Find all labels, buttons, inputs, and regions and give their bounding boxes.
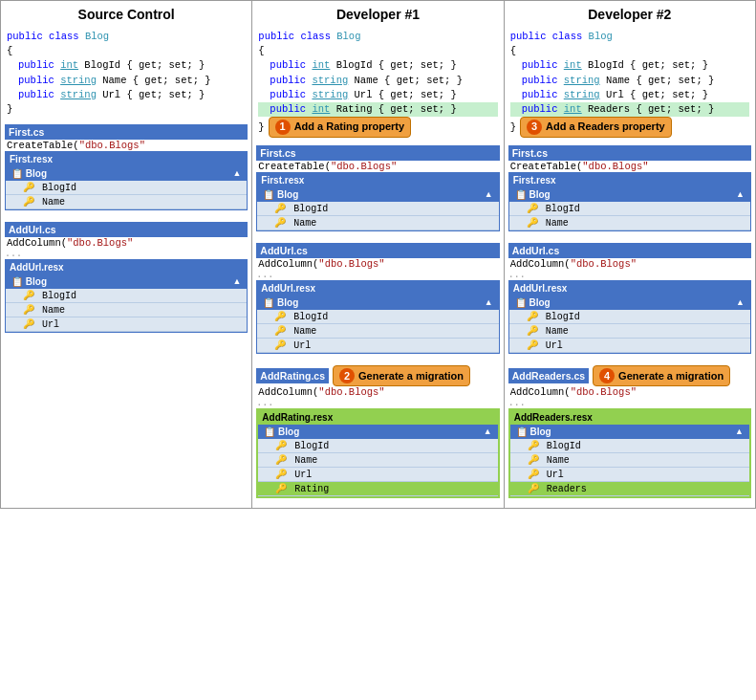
sc-first-migration: First.cs CreateTable("dbo.Blogs" First.r… (5, 124, 248, 210)
d1-addrating-migration: AddRating.cs 2 Generate a migration AddC… (256, 365, 499, 498)
d1-addrating-entity-title: 📋 Blog ▲ (258, 425, 497, 439)
d2-first-resx: First.resx 📋 Blog ▲ 🔑 BlogId 🔑 Name (508, 172, 751, 231)
developer2-column: Developer #2 public class Blog { public … (505, 1, 755, 508)
sc-addurl-migration: AddUrl.cs AddColumn("dbo.Blogs" ... AddU… (5, 222, 248, 333)
developer1-column: Developer #1 public class Blog { public … (252, 1, 504, 508)
d1-addrating-rating-row: 🔑 Rating (258, 482, 497, 496)
d1-addurl-name-row: 🔑 Name (257, 324, 498, 339)
d2-addreaders-readers-row: 🔑 Readers (510, 482, 749, 496)
callout-2: 2 Generate a migration (333, 365, 470, 386)
d1-first-name-row: 🔑 Name (257, 216, 498, 230)
callout-num-3: 3 (527, 120, 542, 135)
d2-first-migration: First.cs CreateTable("dbo.Blogs" First.r… (508, 145, 751, 231)
sc-first-entity-title: 📋 Blog ▲ (6, 166, 247, 181)
callout-2-text: Generate a migration (358, 370, 464, 382)
d1-addurl-migration: AddUrl.cs AddColumn("dbo.Blogs" ... AddU… (256, 243, 499, 354)
d2-first-code: CreateTable("dbo.Blogs" (508, 161, 751, 172)
d2-first-resx-header: First.resx (509, 173, 750, 187)
d2-addurl-code: AddColumn("dbo.Blogs" (508, 258, 751, 270)
d1-addurl-entity-table: 📋 Blog ▲ 🔑 BlogId 🔑 Name 🔑 Url (257, 295, 498, 353)
sc-addurl-filename: AddUrl.cs (5, 222, 248, 237)
d2-addreaders-entity-title: 📋 Blog ▲ (510, 425, 749, 439)
developer1-code: public class Blog { public int BlogId { … (256, 28, 499, 140)
source-control-column: Source Control public class Blog { publi… (1, 1, 252, 508)
d2-first-entity-title: 📋 Blog ▲ (509, 187, 750, 202)
callout-4: 4 Generate a migration (593, 365, 730, 386)
d1-first-resx: First.resx 📋 Blog ▲ 🔑 BlogId 🔑 Name (256, 172, 499, 231)
d2-addreaders-resx: AddReaders.resx 📋 Blog ▲ 🔑 BlogId 🔑 Name… (508, 408, 751, 498)
sc-first-entity-table: 📋 Blog ▲ 🔑 BlogId 🔑 Name (6, 166, 247, 209)
callout-num-2: 2 (339, 368, 355, 383)
sc-addurl-entity-table: 📋 Blog ▲ 🔑 BlogId 🔑 Name 🔑 Url (6, 274, 247, 332)
d1-addrating-entity-table: 📋 Blog ▲ 🔑 BlogId 🔑 Name 🔑 Url 🔑 Rating (258, 425, 497, 496)
d2-addreaders-name-row: 🔑 Name (510, 453, 749, 468)
d2-addreaders-entity-table: 📋 Blog ▲ 🔑 BlogId 🔑 Name 🔑 Url 🔑 Readers (510, 425, 749, 496)
sc-addurl-name-row: 🔑 Name (6, 303, 247, 317)
sc-first-blogid-row: 🔑 BlogId (6, 181, 247, 195)
d1-addurl-resx: AddUrl.resx 📋 Blog ▲ 🔑 BlogId 🔑 Name 🔑 U… (256, 280, 499, 354)
d2-addurl-resx-header: AddUrl.resx (509, 281, 750, 295)
d2-addurl-resx: AddUrl.resx 📋 Blog ▲ 🔑 BlogId 🔑 Name 🔑 U… (508, 280, 751, 354)
callout-num-4: 4 (599, 368, 615, 383)
d2-addreaders-url-row: 🔑 Url (510, 468, 749, 482)
developer2-header: Developer #2 (508, 7, 751, 22)
callout-1-text: Add a Rating property (294, 120, 405, 135)
d2-addurl-migration: AddUrl.cs AddColumn("dbo.Blogs" ... AddU… (508, 243, 751, 354)
sc-addurl-blogid-row: 🔑 BlogId (6, 289, 247, 303)
d1-addrating-filename: AddRating.cs (256, 368, 329, 383)
d1-addrating-url-row: 🔑 Url (258, 468, 497, 482)
d2-addurl-blogid-row: 🔑 BlogId (509, 310, 750, 324)
d2-addurl-name-row: 🔑 Name (509, 324, 750, 339)
d1-first-entity-title: 📋 Blog ▲ (257, 187, 498, 202)
callout-3-text: Add a Readers property (546, 120, 665, 135)
d1-addurl-url-row: 🔑 Url (257, 339, 498, 353)
d1-addrating-blogid-row: 🔑 BlogId (258, 439, 497, 453)
sc-first-code: CreateTable("dbo.Blogs" (5, 140, 248, 151)
d1-addrating-code: AddColumn("dbo.Blogs" (256, 386, 499, 398)
callout-3: 3 Add a Readers property (520, 117, 672, 138)
developer2-code: public class Blog { public int BlogId { … (508, 28, 751, 140)
d1-addurl-resx-header: AddUrl.resx (257, 281, 498, 295)
d2-addreaders-code: AddColumn("dbo.Blogs" (508, 386, 751, 398)
d2-first-filename: First.cs (508, 145, 751, 161)
sc-addurl-code: AddColumn("dbo.Blogs" (5, 237, 248, 249)
d2-addreaders-resx-header: AddReaders.resx (510, 410, 749, 425)
d1-addurl-filename: AddUrl.cs (256, 243, 499, 258)
d2-addurl-entity-table: 📋 Blog ▲ 🔑 BlogId 🔑 Name 🔑 Url (509, 295, 750, 353)
d1-first-entity-table: 📋 Blog ▲ 🔑 BlogId 🔑 Name (257, 187, 498, 230)
d1-addurl-entity-title: 📋 Blog ▲ (257, 295, 498, 310)
sc-addurl-url-row: 🔑 Url (6, 317, 247, 332)
d1-first-code: CreateTable("dbo.Blogs" (256, 161, 499, 172)
d1-first-migration: First.cs CreateTable("dbo.Blogs" First.r… (256, 145, 499, 231)
d1-first-blogid-row: 🔑 BlogId (257, 202, 498, 216)
sc-addurl-resx: AddUrl.resx 📋 Blog ▲ 🔑 BlogId 🔑 Name 🔑 U… (5, 259, 248, 333)
d2-addurl-url-row: 🔑 Url (509, 339, 750, 353)
source-control-code: public class Blog { public int BlogId { … (5, 28, 248, 119)
main-container: Source Control public class Blog { publi… (0, 0, 756, 509)
d1-addurl-blogid-row: 🔑 BlogId (257, 310, 498, 324)
d2-addurl-entity-title: 📋 Blog ▲ (509, 295, 750, 310)
callout-4-text: Generate a migration (618, 370, 724, 382)
d1-addrating-resx-header: AddRating.resx (258, 410, 497, 425)
d2-first-blogid-row: 🔑 BlogId (509, 202, 750, 216)
callout-num-1: 1 (275, 120, 291, 135)
d2-addreaders-filename: AddReaders.cs (508, 368, 589, 383)
d1-first-resx-header: First.resx (257, 173, 498, 187)
d2-first-name-row: 🔑 Name (509, 216, 750, 230)
callout-1: 1 Add a Rating property (269, 117, 412, 138)
sc-first-filename: First.cs (5, 124, 248, 140)
d1-addrating-resx: AddRating.resx 📋 Blog ▲ 🔑 BlogId 🔑 Name … (256, 408, 499, 498)
sc-first-name-row: 🔑 Name (6, 195, 247, 209)
d2-addurl-filename: AddUrl.cs (508, 243, 751, 258)
d2-addreaders-blogid-row: 🔑 BlogId (510, 439, 749, 453)
d1-addrating-name-row: 🔑 Name (258, 453, 497, 468)
sc-first-resx-header: First.resx (6, 152, 247, 166)
d2-first-entity-table: 📋 Blog ▲ 🔑 BlogId 🔑 Name (509, 187, 750, 230)
source-control-header: Source Control (5, 7, 248, 22)
sc-first-resx: First.resx 📋 Blog ▲ 🔑 BlogId 🔑 Name (5, 151, 248, 210)
developer1-header: Developer #1 (256, 7, 499, 22)
d1-first-filename: First.cs (256, 145, 499, 161)
sc-addurl-entity-title: 📋 Blog ▲ (6, 274, 247, 289)
sc-addurl-resx-header: AddUrl.resx (6, 260, 247, 274)
d2-addreaders-migration: AddReaders.cs 4 Generate a migration Add… (508, 365, 751, 498)
